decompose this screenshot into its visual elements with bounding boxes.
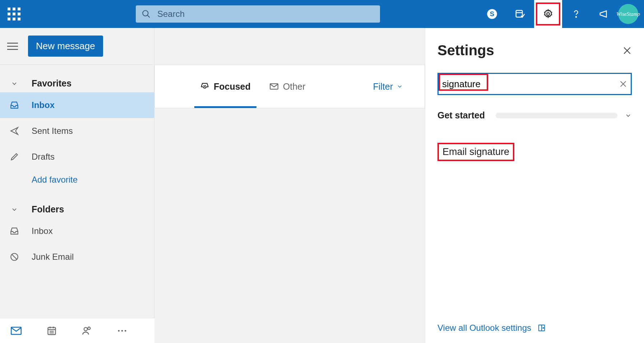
folders-label: Folders bbox=[32, 204, 64, 215]
view-all-label: View all Outlook settings bbox=[437, 323, 531, 333]
folders-header[interactable]: Folders bbox=[0, 201, 154, 218]
get-started-label: Get started bbox=[437, 110, 485, 121]
filter-button[interactable]: Filter bbox=[373, 81, 403, 92]
sidebar-item-label: Drafts bbox=[32, 152, 55, 162]
svg-point-19 bbox=[84, 327, 87, 330]
svg-point-0 bbox=[143, 10, 148, 16]
svg-point-22 bbox=[121, 330, 123, 332]
sidebar-item-label: Sent Items bbox=[32, 126, 73, 136]
close-icon bbox=[622, 46, 632, 55]
inbox-icon bbox=[9, 226, 19, 236]
tab-label: Other bbox=[283, 81, 306, 92]
view-all-settings-link[interactable]: View all Outlook settings bbox=[437, 323, 632, 333]
app-switcher-bar bbox=[0, 318, 154, 343]
help-icon bbox=[571, 9, 581, 19]
mail-icon bbox=[11, 326, 22, 335]
sidebar-item-sent[interactable]: Sent Items bbox=[0, 118, 154, 144]
tab-focused[interactable]: Focused bbox=[191, 65, 260, 108]
chevron-down-icon bbox=[9, 80, 19, 87]
avatar-label: WiseStamp bbox=[616, 11, 640, 17]
tab-other[interactable]: Other bbox=[260, 65, 315, 108]
svg-text:S: S bbox=[490, 10, 495, 18]
settings-search-box[interactable] bbox=[437, 73, 632, 95]
message-pane: Focused Other Filter bbox=[154, 28, 425, 343]
search-icon bbox=[142, 9, 151, 19]
inbox-icon bbox=[9, 100, 19, 110]
ellipsis-icon bbox=[117, 329, 127, 332]
close-icon bbox=[619, 80, 627, 88]
new-message-button[interactable]: New message bbox=[28, 36, 103, 57]
search-input[interactable] bbox=[157, 9, 374, 19]
send-icon bbox=[9, 126, 19, 136]
hamburger-button[interactable] bbox=[7, 42, 18, 51]
sidebar-item-inbox[interactable]: Inbox bbox=[0, 92, 154, 118]
settings-result-email-signature[interactable]: Email signature bbox=[437, 143, 514, 161]
app-launcher-button[interactable] bbox=[0, 0, 28, 28]
clear-search-button[interactable] bbox=[619, 80, 627, 88]
help-button[interactable] bbox=[562, 0, 590, 28]
more-apps-button[interactable] bbox=[117, 329, 127, 332]
calendar-icon bbox=[47, 326, 57, 336]
favorites-header[interactable]: Favorites bbox=[0, 75, 154, 92]
filter-label: Filter bbox=[373, 81, 393, 92]
open-panel-icon bbox=[538, 324, 546, 332]
mail-icon bbox=[269, 82, 279, 91]
skype-button[interactable]: S bbox=[478, 0, 506, 28]
svg-point-5 bbox=[547, 13, 550, 15]
settings-search-input[interactable] bbox=[442, 79, 619, 90]
calendar-check-icon bbox=[515, 9, 525, 19]
svg-line-1 bbox=[147, 15, 150, 18]
gear-icon bbox=[543, 9, 553, 19]
announcements-button[interactable] bbox=[590, 0, 618, 28]
sidebar: New message Favorites Inbox Sent Items bbox=[0, 28, 154, 343]
focused-icon bbox=[200, 82, 209, 91]
people-icon bbox=[82, 326, 92, 336]
skype-icon: S bbox=[487, 9, 497, 19]
svg-point-20 bbox=[88, 327, 90, 329]
hamburger-icon bbox=[7, 42, 18, 51]
account-avatar[interactable]: WiseStamp bbox=[618, 4, 638, 24]
calendar-app-button[interactable] bbox=[47, 326, 57, 336]
sidebar-item-drafts[interactable]: Drafts bbox=[0, 144, 154, 170]
add-favorite-link[interactable]: Add favorite bbox=[0, 170, 154, 190]
get-started-row[interactable]: Get started bbox=[437, 110, 632, 121]
sidebar-item-inbox-folder[interactable]: Inbox bbox=[0, 218, 154, 244]
settings-button[interactable] bbox=[534, 0, 562, 28]
svg-point-6 bbox=[576, 17, 576, 17]
people-app-button[interactable] bbox=[82, 326, 92, 336]
svg-line-11 bbox=[11, 254, 17, 259]
junk-icon bbox=[9, 252, 19, 262]
waffle-icon bbox=[8, 8, 20, 20]
search-container bbox=[136, 5, 380, 23]
sidebar-item-label: Inbox bbox=[32, 226, 53, 236]
chevron-down-icon bbox=[397, 83, 403, 90]
chevron-down-icon bbox=[9, 206, 19, 213]
message-list-header: Focused Other Filter bbox=[154, 65, 425, 108]
megaphone-icon bbox=[599, 9, 610, 19]
my-day-button[interactable] bbox=[506, 0, 534, 28]
pencil-icon bbox=[9, 152, 19, 161]
close-settings-button[interactable] bbox=[622, 46, 632, 55]
search-box[interactable] bbox=[136, 5, 380, 23]
svg-point-21 bbox=[118, 330, 120, 332]
progress-bar bbox=[496, 113, 617, 118]
mail-app-button[interactable] bbox=[11, 326, 22, 335]
sidebar-item-label: Junk Email bbox=[32, 252, 74, 262]
chevron-down-icon bbox=[625, 112, 632, 119]
svg-point-23 bbox=[125, 330, 126, 332]
settings-panel: Settings Get started Email signature Vie… bbox=[425, 28, 644, 343]
settings-title: Settings bbox=[437, 42, 494, 58]
tab-label: Focused bbox=[214, 81, 251, 92]
sidebar-item-junk[interactable]: Junk Email bbox=[0, 244, 154, 270]
favorites-label: Favorites bbox=[32, 78, 71, 89]
sidebar-item-label: Inbox bbox=[32, 100, 55, 110]
